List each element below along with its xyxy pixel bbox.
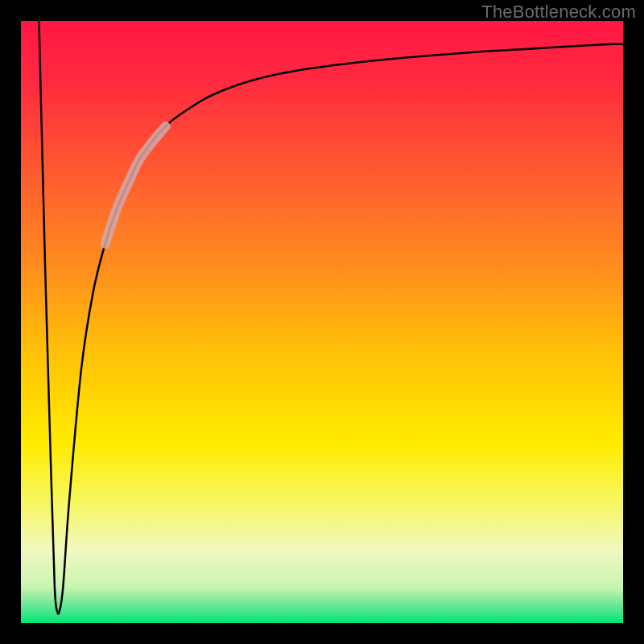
chart-container: TheBottleneck.com [0,0,644,644]
attribution-watermark: TheBottleneck.com [481,2,636,23]
plot-area [21,21,623,623]
bottleneck-chart [0,0,644,644]
